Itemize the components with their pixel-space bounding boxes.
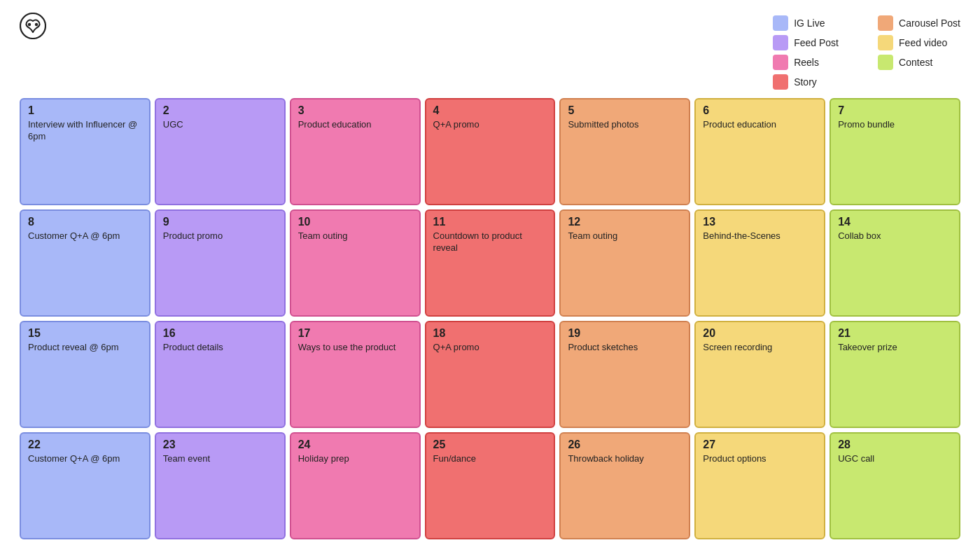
calendar-cell-17: 17 Ways to use the product [290, 321, 421, 428]
legend-swatch-carousel [878, 15, 893, 31]
calendar-cell-28: 28 UGC call [830, 432, 960, 539]
cell-num-9: 9 [163, 216, 277, 228]
cell-num-22: 22 [28, 439, 142, 450]
calendar-cell-19: 19 Product sketches [559, 321, 690, 428]
cell-num-26: 26 [568, 439, 682, 450]
legend-item-contest: Contest [878, 55, 960, 70]
calendar-cell-24: 24 Holiday prep [290, 432, 421, 539]
legend-swatch-feed-post [773, 35, 788, 50]
cell-num-21: 21 [838, 328, 952, 339]
calendar-cell-1: 1 Interview with Influencer @ 6pm [20, 98, 150, 205]
calendar-cell-10: 10 Team outing [290, 209, 421, 317]
legend-label-contest: Contest [899, 57, 932, 68]
calendar-cell-5: 5 Submitted photos [559, 98, 690, 205]
cell-text-18: Q+A promo [433, 342, 547, 354]
calendar-cell-23: 23 Team event [155, 432, 286, 539]
cell-text-6: Product education [703, 119, 817, 131]
legend-label-carousel: Carousel Post [899, 18, 960, 29]
svg-point-1 [28, 23, 31, 26]
cell-num-1: 1 [28, 105, 142, 116]
cell-text-13: Behind-the-Scenes [703, 230, 817, 242]
cell-num-19: 19 [568, 328, 682, 339]
calendar-cell-21: 21 Takeover prize [830, 321, 960, 428]
legend-swatch-reels [773, 55, 788, 70]
cell-num-4: 4 [433, 105, 547, 116]
cell-num-24: 24 [298, 439, 412, 450]
calendar-cell-27: 27 Product options [694, 432, 825, 539]
cell-text-26: Throwback holiday [568, 453, 682, 465]
cell-text-5: Submitted photos [568, 119, 682, 131]
cell-text-23: Team event [163, 453, 277, 465]
calendar-cell-13: 13 Behind-the-Scenes [694, 209, 825, 317]
cell-num-17: 17 [298, 328, 412, 339]
cell-text-15: Product reveal @ 6pm [28, 342, 142, 354]
header-left [20, 13, 52, 42]
cell-text-19: Product sketches [568, 342, 682, 354]
legend-swatch-contest [878, 55, 893, 70]
cell-num-18: 18 [433, 328, 547, 339]
cell-text-28: UGC call [838, 453, 952, 465]
cell-num-5: 5 [568, 105, 682, 116]
legend: IG Live Carousel Post Feed Post Feed vid… [773, 13, 960, 90]
legend-swatch-feed-video [878, 35, 893, 50]
calendar-cell-6: 6 Product education [694, 98, 825, 205]
cell-text-7: Promo bundle [838, 119, 952, 131]
cell-num-11: 11 [433, 216, 547, 228]
legend-item-story: Story [773, 74, 855, 90]
cell-text-25: Fun/dance [433, 453, 547, 465]
cell-num-8: 8 [28, 216, 142, 228]
legend-swatch-ig-live [773, 15, 788, 31]
calendar-cell-4: 4 Q+A promo [425, 98, 556, 205]
calendar-cell-26: 26 Throwback holiday [559, 432, 690, 539]
cell-text-17: Ways to use the product [298, 342, 412, 354]
legend-swatch-story [773, 74, 788, 90]
calendar-cell-16: 16 Product details [155, 321, 286, 428]
calendar-cell-9: 9 Product promo [155, 209, 286, 317]
cell-num-10: 10 [298, 216, 412, 228]
calendar-cell-25: 25 Fun/dance [425, 432, 556, 539]
cell-text-16: Product details [163, 342, 277, 354]
legend-label-story: Story [794, 76, 817, 88]
manychat-logo-icon [20, 13, 46, 39]
cell-num-20: 20 [703, 328, 817, 339]
cell-text-27: Product options [703, 453, 817, 465]
cell-text-2: UGC [163, 119, 277, 131]
cell-num-12: 12 [568, 216, 682, 228]
cell-num-27: 27 [703, 439, 817, 450]
calendar-cell-18: 18 Q+A promo [425, 321, 556, 428]
cell-text-22: Customer Q+A @ 6pm [28, 453, 142, 465]
cell-text-9: Product promo [163, 230, 277, 242]
cell-num-23: 23 [163, 439, 277, 450]
legend-item-feed-video: Feed video [878, 35, 960, 50]
legend-item-feed-post: Feed Post [773, 35, 855, 50]
cell-text-20: Screen recording [703, 342, 817, 354]
svg-point-0 [20, 13, 46, 39]
cell-text-3: Product education [298, 119, 412, 131]
cell-num-6: 6 [703, 105, 817, 116]
cell-num-15: 15 [28, 328, 142, 339]
calendar-cell-12: 12 Team outing [559, 209, 690, 317]
legend-label-feed-video: Feed video [899, 37, 947, 48]
cell-text-8: Customer Q+A @ 6pm [28, 230, 142, 242]
cell-text-14: Collab box [838, 230, 952, 242]
calendar-cell-2: 2 UGC [155, 98, 286, 205]
calendar-cell-15: 15 Product reveal @ 6pm [20, 321, 150, 428]
svg-point-2 [35, 23, 38, 26]
calendar-cell-7: 7 Promo bundle [830, 98, 960, 205]
legend-label-feed-post: Feed Post [794, 37, 839, 48]
calendar-cell-20: 20 Screen recording [694, 321, 825, 428]
calendar-cell-8: 8 Customer Q+A @ 6pm [20, 209, 150, 317]
calendar-cell-11: 11 Countdown to product reveal [425, 209, 556, 317]
cell-text-11: Countdown to product reveal [433, 230, 547, 254]
cell-text-1: Interview with Influencer @ 6pm [28, 119, 142, 143]
legend-item-reels: Reels [773, 55, 855, 70]
calendar-cell-14: 14 Collab box [830, 209, 960, 317]
calendar-grid: 1 Interview with Influencer @ 6pm 2 UGC … [20, 98, 960, 539]
legend-item-ig-live: IG Live [773, 15, 855, 31]
legend-item-carousel: Carousel Post [878, 15, 960, 31]
cell-num-14: 14 [838, 216, 952, 228]
cell-text-24: Holiday prep [298, 453, 412, 465]
cell-text-12: Team outing [568, 230, 682, 242]
cell-num-3: 3 [298, 105, 412, 116]
cell-text-10: Team outing [298, 230, 412, 242]
